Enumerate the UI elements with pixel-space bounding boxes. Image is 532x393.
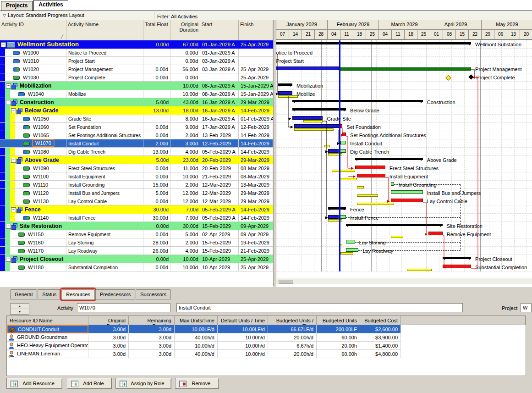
resource-value-cell[interactable]: 3.00d [129,350,175,358]
resource-value-cell[interactable]: 3.00d [88,333,129,342]
wbs-row[interactable]: 0.00d10.00d10-Apr-202925-Apr-2029−Projec… [0,255,273,263]
table-row[interactable]: 26.00d4.00d15-Feb-202921-Feb-2029W1170La… [0,247,273,255]
resource-value-cell[interactable]: 200.00LF [317,325,360,333]
cell[interactable]: 0.00d [170,73,200,82]
tab-successors[interactable]: Successors [136,289,171,299]
cell[interactable]: 09-Apr-2029 [239,222,273,230]
column-header-original-duration[interactable]: Original Duration [170,20,200,40]
cell[interactable]: 8.00d [170,115,200,123]
cell[interactable]: 29-Mar-2029 [239,189,273,197]
timescale-week[interactable]: 11 [392,30,405,40]
cell[interactable]: 0.00d [143,263,170,271]
cell[interactable]: 16-Jan-2029 A [200,115,239,123]
resource-value-cell[interactable]: 66.67LF/d [268,325,317,333]
timescale-week[interactable]: 11 [340,30,353,40]
resource-value-cell[interactable]: 3.00d [88,350,129,358]
summary-bar[interactable] [443,257,471,259]
cell[interactable] [143,57,170,65]
summary-bar[interactable] [355,158,423,160]
cell[interactable]: 20-Feb-2029 [200,156,239,164]
collapse-icon[interactable]: − [6,257,11,262]
table-row[interactable]: 0.00d10.00d21-Feb-202908-Mar-2029W1100In… [0,172,273,181]
step-up-icon[interactable]: ▲ [11,304,29,309]
table-row[interactable]: 0.00d11.00d20-Feb-202908-Mar-2029W1090Er… [0,164,273,172]
timescale-month[interactable]: March 2029 [379,20,430,30]
cell[interactable] [143,82,170,90]
resource-value-cell[interactable]: 3.00d [88,325,129,333]
cell[interactable]: 12.00d [170,197,200,205]
cell[interactable]: 12.00d [170,189,200,197]
cell[interactable]: 19-Feb-2029 [239,238,273,247]
cell[interactable]: 0.00d [143,164,170,172]
table-row[interactable]: 0.00d01-Jan-2029 AW1000Notice to Proceed [0,49,273,57]
cell[interactable]: 2.00d [143,139,170,148]
project-field[interactable]: W [521,303,532,312]
cell[interactable]: 15-Jan-2029 A [239,90,273,98]
cell[interactable]: 08-Jan-2029 A [200,90,239,98]
table-row[interactable]: 2.00d3.00d12-Feb-202914-Feb-2029W1070Ins… [0,139,273,148]
tab-general[interactable]: General [10,289,37,299]
cell[interactable]: 16-Jan-2029 A [200,106,239,115]
resource-row[interactable]: CONDUIT.Conduit3.00d3.00d10.00LF/d10.00L… [7,325,401,333]
cell[interactable]: 43.00d [170,98,200,106]
remaining-bar[interactable] [391,182,395,186]
actual-bar[interactable] [294,124,339,128]
timescale-week[interactable]: 28 [315,30,328,40]
summary-bar[interactable] [276,42,471,44]
resource-value-cell[interactable]: 40.00h/d [175,350,218,358]
resource-name-cell[interactable]: LINEMAN.Lineman [7,350,88,358]
cell[interactable]: 25-Apr-2029 [239,73,273,82]
cell[interactable]: 29-Mar-2029 [239,197,273,205]
critical-bar[interactable] [443,265,471,268]
cell[interactable]: 0.00d [143,255,170,263]
cell[interactable]: 67.00d [170,40,200,49]
activity-name-field[interactable]: Install Conduit [176,303,463,312]
table-row[interactable]: 0.00d12.00d12-Mar-202929-Mar-2029W1130La… [0,197,273,205]
cell[interactable]: 56.00d [170,65,200,73]
cell[interactable]: 0.00d [143,65,170,73]
resource-value-cell[interactable]: 10.00LF/d [218,325,268,333]
table-row[interactable]: 0.00d5.00d02-Apr-202909-Apr-2029W1150Rem… [0,230,273,238]
column-header-activity-id[interactable]: Activity ID╱ [0,20,66,40]
cell[interactable]: 2.00d [170,181,200,189]
column-header-finish[interactable]: Finish [239,20,273,40]
resource-column-header-8[interactable]: Budgeted Cost [360,316,401,325]
tab-resources[interactable]: Resources [61,289,95,299]
tab-status[interactable]: Status [38,289,61,299]
cell[interactable]: 5.00d [143,156,170,164]
cell[interactable]: 03-Jan-2029 A [200,65,239,73]
table-row[interactable]: 0.00d03-Jan-2029 AW1010Project Start [0,57,273,65]
cell[interactable]: 4.00d [170,148,200,156]
resource-value-cell[interactable]: 10.00LF/d [175,325,218,333]
table-row[interactable]: 28.00d2.00d15-Feb-202919-Feb-2029W1160La… [0,238,273,247]
actual-bar[interactable] [276,66,339,70]
resource-column-header-2[interactable]: Original Duration [88,316,129,325]
cell[interactable]: 10-Apr-2029 [200,255,239,263]
resource-value-cell[interactable]: 3.00d [129,325,175,333]
cell[interactable]: 0.00d [170,57,200,65]
cell[interactable]: 29-Mar-2029 [239,156,273,164]
table-row[interactable]: 30.00d7.00d05-Feb-2029 A14-Feb-2029W1140… [0,214,273,222]
table-row[interactable]: 0.00d2.00d13-Feb-202914-Feb-2029W1065Set… [0,131,273,139]
resource-column-header-6[interactable]: Budgeted Units / Time [268,316,317,325]
resource-value-cell[interactable]: 20.00h/d [268,333,317,342]
resource-value-cell[interactable]: 3.00d [129,333,175,342]
timescale-week[interactable]: 25 [417,30,430,40]
resource-name-cell[interactable]: GROUND.Groundman [7,333,88,342]
timescale-week[interactable]: 29 [482,30,494,40]
cell[interactable]: 25-Apr-2029 [239,263,273,271]
cell[interactable]: 10.00d [170,82,200,90]
cell[interactable]: 0.00d [170,49,200,57]
cell[interactable]: 26.00d [143,247,170,255]
critical-bar[interactable] [342,133,346,136]
gantt-timescale[interactable]: January 202907142128February 20290411182… [276,20,532,40]
cell[interactable]: 01-Jan-2029 A [200,49,239,57]
resource-row[interactable]: LINEMAN.Lineman3.00d3.00d40.00h/d10.00h/… [7,350,401,358]
timescale-week[interactable]: 07 [276,30,289,40]
critical-bar[interactable] [357,174,385,177]
cell[interactable]: 05-Feb-2029 A [200,214,239,222]
cell[interactable]: 0.00d [143,172,170,181]
table-row[interactable]: 5.00d12.00d12-Mar-202929-Mar-2029W1120In… [0,189,273,197]
timescale-week[interactable]: 22 [469,30,482,40]
table-row[interactable]: 0.00d56.00d03-Jan-2029 A25-Apr-2029W1020… [0,65,273,73]
